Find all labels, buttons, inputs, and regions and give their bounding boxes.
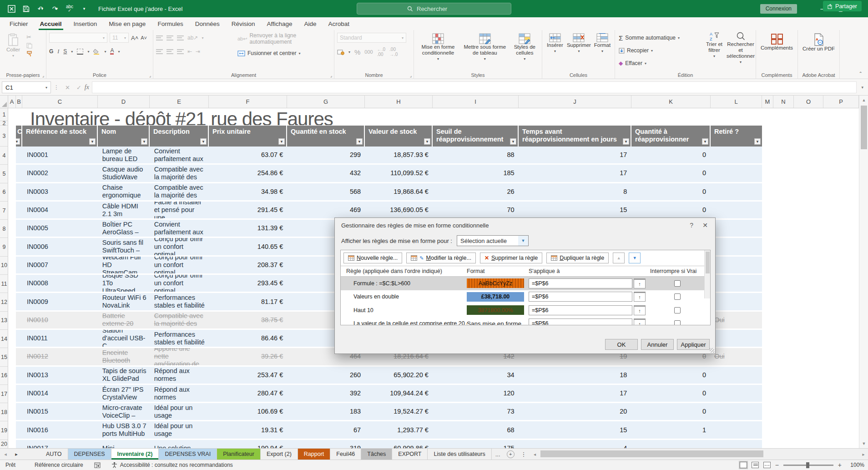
dialog-help-button[interactable]: ?: [690, 222, 693, 229]
applies-to-input[interactable]: =$P$6: [529, 292, 632, 302]
cell-name[interactable]: Chaise ergonomique: [99, 183, 151, 200]
cell-lead-time[interactable]: 4: [519, 440, 632, 448]
prev-sheet-icon[interactable]: ◂: [0, 449, 11, 460]
cell-reference[interactable]: IN0007: [23, 257, 99, 273]
rules-list-scrollbar[interactable]: [704, 250, 710, 298]
cell-unit-price[interactable]: 208.37 €: [210, 257, 288, 273]
table-header-cell[interactable]: Prix unitaire▼: [209, 126, 287, 147]
row-header[interactable]: 12: [0, 293, 8, 311]
cell-description[interactable]: Idéal pour un usage: [151, 421, 210, 438]
cell-quantity[interactable]: 432: [288, 165, 365, 182]
cell-name[interactable]: Batterie externe 20: [99, 312, 151, 328]
font-color-icon[interactable]: A: [110, 48, 114, 55]
macro-record-icon[interactable]: [89, 462, 106, 468]
cell-threshold[interactable]: 120: [433, 385, 519, 402]
cell-reference[interactable]: IN0003: [23, 183, 99, 200]
rule-row[interactable]: La valeur de la cellule est comprise ent…: [341, 317, 710, 325]
dialog-resize-grip[interactable]: [710, 348, 714, 353]
column-header[interactable]: P: [823, 96, 859, 108]
cell-name[interactable]: Écran 27" IPS CrystalView: [99, 385, 151, 402]
sheet-tab[interactable]: Rapport: [298, 449, 330, 460]
cell-lead-time[interactable]: 15: [519, 202, 632, 218]
formula-input[interactable]: [92, 81, 857, 93]
sheet-tab[interactable]: Feuil46: [330, 449, 361, 460]
insert-cells-button[interactable]: Insérer ▾: [545, 32, 565, 71]
cell-lead-time[interactable]: 17: [519, 165, 632, 182]
underline-button[interactable]: S: [63, 48, 67, 55]
accessibility-status[interactable]: Accessibilité : consultez nos recommanda…: [106, 462, 238, 468]
cell-unit-price[interactable]: 140.65 €: [210, 238, 288, 255]
vertical-scrollbar-thumb[interactable]: [861, 106, 867, 149]
cell-threshold[interactable]: 175: [433, 440, 519, 448]
cell-quantity[interactable]: 568: [288, 183, 365, 200]
cell-styles-button[interactable]: Styles de cellules ▾: [510, 32, 539, 71]
row-header[interactable]: 5: [0, 165, 8, 183]
search-box[interactable]: Rechercher: [357, 3, 511, 15]
font-size-combo[interactable]: 11▾: [110, 33, 129, 43]
row-header[interactable]: 20: [0, 440, 8, 448]
filter-dropdown-icon[interactable]: ▼: [356, 138, 363, 145]
format-cells-button[interactable]: Format ▾: [593, 32, 612, 71]
cell-quantity[interactable]: 469: [288, 202, 365, 218]
cell-retired[interactable]: [711, 330, 762, 347]
table-row[interactable]: IN0014 Écran 27" IPS CrystalView Répond …: [16, 385, 762, 403]
sheet-tab[interactable]: Tâches: [361, 449, 392, 460]
cell-description[interactable]: Une solution: [151, 440, 210, 448]
normal-view-icon[interactable]: [740, 462, 747, 468]
row-header[interactable]: 3: [0, 126, 8, 147]
fill-button[interactable]: Recopier ▾: [619, 45, 680, 56]
filter-dropdown-icon[interactable]: ▼: [702, 138, 708, 145]
table-header-cell[interactable]: Quantité à réapprovisionner▼: [631, 126, 711, 147]
cell-reference[interactable]: IN0006: [23, 238, 99, 255]
circular-reference-status[interactable]: Référence circulaire: [29, 462, 89, 468]
number-launcher-icon[interactable]: ⌟: [410, 73, 412, 78]
cell-quantity[interactable]: 260: [288, 367, 365, 384]
cell-description[interactable]: Compatible avec la majorité des: [151, 165, 210, 182]
sheet-tab[interactable]: Export (2): [261, 449, 298, 460]
font-color-dropdown-icon[interactable]: ▾: [118, 50, 120, 54]
cell-reference[interactable]: IN0009: [23, 293, 99, 310]
cell-description[interactable]: Conçu pour offrir un confort optimal: [151, 275, 210, 292]
cell-name[interactable]: Hub USB 3.0 7 ports MultiHub: [99, 421, 151, 438]
cell-description[interactable]: Idéal pour un usage: [151, 403, 210, 420]
fill-color-icon[interactable]: [93, 49, 100, 55]
bold-button[interactable]: G: [49, 48, 53, 55]
ribbon-tab[interactable]: Fichier: [4, 17, 34, 30]
zoom-slider-thumb[interactable]: [806, 462, 809, 468]
cell-reference[interactable]: IN0010: [23, 312, 99, 328]
column-header[interactable]: E: [150, 96, 209, 108]
cell-quantity[interactable]: 67: [288, 421, 365, 438]
expand-formula-bar-icon[interactable]: ▾: [861, 85, 863, 90]
cell-retired[interactable]: [711, 293, 762, 310]
cell-threshold[interactable]: 70: [433, 202, 519, 218]
table-row[interactable]: IN0002 Casque audio StudioWave Compatibl…: [16, 165, 762, 183]
cell-lead-time[interactable]: 17: [519, 147, 632, 163]
number-format-combo[interactable]: Standard▾: [337, 33, 406, 43]
column-header[interactable]: I: [433, 96, 519, 108]
cell-name[interactable]: Disque SSD 1To UltraSpeed: [99, 275, 151, 292]
wrap-text-button[interactable]: ab↩ Renvoyer à la ligne automatiquement: [237, 33, 334, 45]
row-header[interactable]: 15: [0, 348, 8, 366]
cell-description[interactable]: Performances stables et fiabilité: [151, 330, 210, 347]
cell-unit-price[interactable]: 63.07 €: [210, 147, 288, 163]
cell-retired[interactable]: [711, 165, 762, 182]
table-header-cell[interactable]: Temps avant réapprovisionnement en jours…: [519, 126, 631, 147]
cancel-button[interactable]: Annuler: [641, 339, 674, 350]
conditional-formatting-button[interactable]: Mise en forme conditionnelle ▾: [417, 32, 459, 71]
cell-quantity[interactable]: 299: [288, 147, 365, 163]
cell-stock-value[interactable]: 60,909.86 €: [365, 440, 433, 448]
cell-unit-price[interactable]: 190.94 €: [210, 440, 288, 448]
move-rule-up-button[interactable]: ▲: [613, 253, 625, 263]
ribbon-tab[interactable]: Affichage: [261, 17, 298, 30]
underline-dropdown-icon[interactable]: ▾: [71, 50, 73, 54]
filter-dropdown-icon[interactable]: ▼: [424, 138, 430, 145]
cell-unit-price[interactable]: 86.46 €: [210, 330, 288, 347]
cell-threshold[interactable]: 34: [433, 367, 519, 384]
cell-name[interactable]: Station d'accueil USB-C: [99, 330, 151, 347]
cell-reference[interactable]: IN0017: [23, 440, 99, 448]
zoom-slider[interactable]: [783, 465, 833, 466]
cell-unit-price[interactable]: 280.47 €: [210, 385, 288, 402]
scroll-right-icon[interactable]: ▸: [859, 449, 868, 460]
grow-font-icon[interactable]: A˄: [131, 35, 138, 41]
cell-lead-time[interactable]: 8: [519, 183, 632, 200]
